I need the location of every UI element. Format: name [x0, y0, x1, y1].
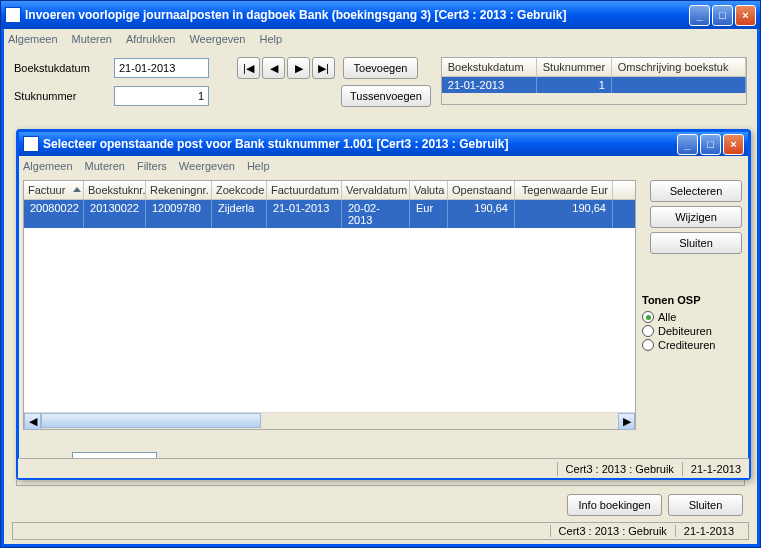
stuknummer-input[interactable] — [114, 86, 209, 106]
close-button[interactable]: × — [735, 5, 756, 26]
radio-icon — [642, 311, 654, 323]
tonen-osp-group: Tonen OSP Alle Debiteuren Crediteuren — [642, 294, 742, 352]
col-stuknummer[interactable]: Stuknummer — [537, 58, 612, 76]
wijzigen-button[interactable]: Wijzigen — [650, 206, 742, 228]
main-window: Invoeren voorlopige journaalposten in da… — [0, 0, 761, 548]
boekstukdatum-input[interactable] — [114, 58, 209, 78]
minimize-button[interactable]: _ — [689, 5, 710, 26]
stuknummer-label: Stuknummer — [14, 90, 106, 102]
toevoegen-button[interactable]: Toevoegen — [343, 57, 418, 79]
scroll-thumb[interactable] — [41, 413, 261, 428]
col-boekstuknr[interactable]: Boekstuknr. — [84, 181, 146, 199]
col-boekstukdatum[interactable]: Boekstukdatum — [442, 58, 537, 76]
nav-next-button[interactable]: ▶ — [287, 57, 310, 79]
main-statusbar: Cert3 : 2013 : Gebruik 21-1-2013 — [12, 522, 749, 540]
maximize-button[interactable]: □ — [712, 5, 733, 26]
modal-menu-help[interactable]: Help — [247, 160, 270, 172]
menu-afdrukken[interactable]: Afdrukken — [126, 33, 176, 45]
modal-title: Selecteer openstaande post voor Bank stu… — [43, 137, 677, 151]
col-zoekcode[interactable]: Zoekcode — [212, 181, 267, 199]
col-omschrijving[interactable]: Omschrijving boekstuk — [612, 58, 746, 76]
scroll-track[interactable] — [41, 413, 618, 429]
menu-weergeven[interactable]: Weergeven — [189, 33, 245, 45]
main-title: Invoeren voorlopige journaalposten in da… — [25, 8, 689, 22]
radio-icon — [642, 325, 654, 337]
main-sluiten-button[interactable]: Sluiten — [668, 494, 743, 516]
modal-maximize-button[interactable]: □ — [700, 134, 721, 155]
modal-close-button[interactable]: × — [723, 134, 744, 155]
menu-muteren[interactable]: Muteren — [72, 33, 112, 45]
scroll-left-button[interactable]: ◀ — [24, 413, 41, 430]
modal-sluiten-button[interactable]: Sluiten — [650, 232, 742, 254]
radio-icon — [642, 339, 654, 351]
modal-minimize-button[interactable]: _ — [677, 134, 698, 155]
col-rekeningnr[interactable]: Rekeningnr. — [146, 181, 212, 199]
boekstukdatum-label: Boekstukdatum — [14, 62, 106, 74]
selecteren-button[interactable]: Selecteren — [650, 180, 742, 202]
menu-help[interactable]: Help — [260, 33, 283, 45]
col-tegenwaarde[interactable]: Tegenwaarde Eur — [515, 181, 613, 199]
modal-menu-weergeven[interactable]: Weergeven — [179, 160, 235, 172]
boekstuk-grid: Boekstukdatum Stuknummer Omschrijving bo… — [441, 57, 747, 105]
radio-alle[interactable]: Alle — [642, 310, 742, 324]
modal-statusbar: Cert3 : 2013 : Gebruik 21-1-2013 — [18, 458, 749, 478]
main-menubar: Algemeen Muteren Afdrukken Weergeven Hel… — [4, 29, 757, 49]
col-factuurdatum[interactable]: Factuurdatum — [267, 181, 342, 199]
boekstuk-row[interactable]: 21-01-2013 1 — [442, 77, 746, 93]
col-factuur[interactable]: Factuur — [24, 181, 84, 199]
col-valuta[interactable]: Valuta — [410, 181, 448, 199]
select-osp-modal: Selecteer openstaande post voor Bank stu… — [16, 129, 751, 480]
grid-hscroll[interactable]: ◀ ▶ — [24, 412, 635, 429]
modal-menu-filters[interactable]: Filters — [137, 160, 167, 172]
radio-debiteuren[interactable]: Debiteuren — [642, 324, 742, 338]
col-vervaldatum[interactable]: Vervaldatum — [342, 181, 410, 199]
col-openstaand[interactable]: Openstaand — [448, 181, 515, 199]
modal-app-icon — [23, 136, 39, 152]
scroll-right-button[interactable]: ▶ — [618, 413, 635, 430]
modal-menu-muteren[interactable]: Muteren — [85, 160, 125, 172]
menu-algemeen[interactable]: Algemeen — [8, 33, 58, 45]
modal-menubar: Algemeen Muteren Filters Weergeven Help — [19, 156, 748, 176]
nav-last-button[interactable]: ▶| — [312, 57, 335, 79]
modal-menu-algemeen[interactable]: Algemeen — [23, 160, 73, 172]
osp-grid: Factuur Boekstuknr. Rekeningnr. Zoekcode… — [23, 180, 636, 430]
app-icon — [5, 7, 21, 23]
tussenvoegen-button[interactable]: Tussenvoegen — [341, 85, 431, 107]
main-titlebar: Invoeren voorlopige journaalposten in da… — [1, 1, 760, 29]
nav-first-button[interactable]: |◀ — [237, 57, 260, 79]
nav-prev-button[interactable]: ◀ — [262, 57, 285, 79]
radio-crediteuren[interactable]: Crediteuren — [642, 338, 742, 352]
info-boekingen-button[interactable]: Info boekingen — [567, 494, 662, 516]
modal-titlebar: Selecteer openstaande post voor Bank stu… — [19, 132, 748, 156]
osp-row[interactable]: 20080022 20130022 12009780 Zijderla 21-0… — [24, 200, 635, 228]
sort-asc-icon — [73, 187, 81, 192]
